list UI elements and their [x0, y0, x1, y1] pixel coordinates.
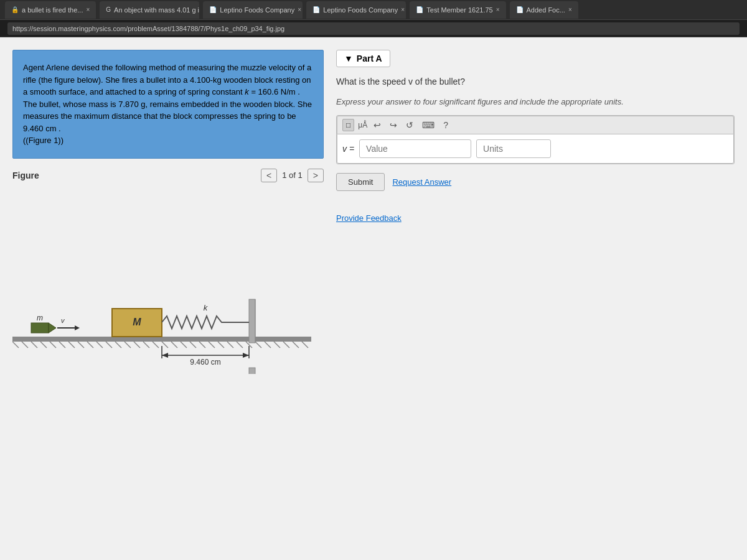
- question-content: What is the speed v of the bullet?: [336, 77, 465, 86]
- tab-6-close[interactable]: ×: [568, 6, 572, 13]
- svg-line-3: [40, 342, 47, 348]
- svg-line-26: [255, 342, 261, 348]
- v-label: v =: [342, 144, 354, 154]
- svg-line-10: [106, 342, 112, 348]
- problem-box: Agent Arlene devised the following metho…: [12, 50, 324, 159]
- wall2: [249, 368, 255, 374]
- svg-line-7: [78, 342, 84, 348]
- left-panel: Agent Arlene devised the following metho…: [12, 50, 324, 548]
- tab-3[interactable]: 📄 Leptino Foods Company ×: [203, 1, 303, 19]
- spring: [162, 316, 249, 329]
- prev-figure-button[interactable]: <: [261, 169, 277, 182]
- svg-line-27: [265, 342, 271, 348]
- tab-3-close[interactable]: ×: [298, 6, 301, 13]
- tab-5-icon: 📄: [416, 6, 423, 13]
- svg-line-15: [153, 342, 159, 348]
- help-button[interactable]: ?: [441, 119, 451, 131]
- tab-6[interactable]: 📄 Added Foc... ×: [510, 1, 578, 19]
- svg-line-11: [115, 342, 121, 348]
- dropdown-arrow: ▼: [344, 54, 353, 63]
- svg-line-4: [50, 342, 56, 348]
- svg-line-0: [12, 342, 19, 348]
- svg-line-6: [68, 342, 75, 348]
- dist-arrow-left: [162, 353, 168, 358]
- help-icon: ?: [443, 120, 448, 130]
- request-answer-link[interactable]: Request Answer: [392, 177, 451, 187]
- floor: [12, 337, 311, 342]
- problem-text: Agent Arlene devised the following metho…: [23, 62, 313, 134]
- tab-6-label: Added Foc...: [527, 6, 565, 14]
- tab-4[interactable]: 📄 Leptino Foods Company ×: [306, 1, 406, 19]
- velocity-label: v: [61, 317, 65, 324]
- velocity-arrow-head: [75, 325, 80, 330]
- answer-toolbar: □ μÅ ↩ ↪ ↺ ⌨ ?: [337, 116, 734, 134]
- svg-line-24: [237, 342, 243, 348]
- bullet-shape: [31, 323, 49, 333]
- instruction-text: Express your answer to four significant …: [336, 97, 735, 106]
- svg-line-14: [143, 342, 149, 348]
- figure-ref-text: ((Figure 1)): [23, 134, 313, 147]
- next-figure-button[interactable]: >: [308, 169, 324, 182]
- format-icon: □: [346, 121, 350, 129]
- spring-k-label: k: [204, 303, 209, 312]
- tab-4-label: Leptino Foods Company: [323, 6, 398, 14]
- tab-5-label: Test Member 1621.75: [426, 6, 492, 14]
- keyboard-button[interactable]: ⌨: [420, 119, 437, 131]
- tab-5[interactable]: 📄 Test Member 1621.75 ×: [410, 1, 505, 19]
- tab-1-icon: 🔒: [11, 6, 19, 13]
- figure-nav: < 1 of 1 >: [261, 169, 324, 182]
- provide-feedback-link[interactable]: Provide Feedback: [336, 213, 402, 223]
- svg-line-1: [22, 342, 28, 348]
- svg-line-17: [171, 342, 177, 348]
- reset-button[interactable]: ↺: [403, 119, 416, 131]
- browser-bar: 🔒 a bullet is fired the... × G An object…: [0, 0, 747, 20]
- bullet-tip: [49, 323, 56, 333]
- address-bar: [0, 20, 747, 37]
- tab-1[interactable]: 🔒 a bullet is fired the... ×: [5, 1, 96, 19]
- reset-icon: ↺: [406, 120, 413, 130]
- main-content: Agent Arlene devised the following metho…: [0, 37, 747, 560]
- svg-line-9: [96, 342, 103, 348]
- svg-line-8: [87, 342, 93, 348]
- figure-page: 1 of 1: [282, 170, 303, 180]
- submit-button[interactable]: Submit: [336, 173, 385, 191]
- right-panel: ▼ Part A What is the speed v of the bull…: [336, 50, 735, 548]
- tab-1-close[interactable]: ×: [86, 6, 90, 13]
- bullet-label: m: [37, 314, 43, 322]
- tab-2-icon: G: [106, 6, 111, 13]
- tab-1-label: a bullet is fired the...: [22, 6, 83, 14]
- tab-3-label: Leptino Foods Company: [220, 6, 294, 14]
- physics-diagram: m v M k: [12, 187, 311, 374]
- figure-area: Figure < 1 of 1 >: [12, 169, 324, 548]
- redo-button[interactable]: ↪: [387, 119, 400, 131]
- undo-icon: ↩: [374, 120, 381, 130]
- keyboard-icon: ⌨: [422, 120, 435, 130]
- figure-label-row: Figure < 1 of 1 >: [12, 169, 324, 182]
- tab-6-icon: 📄: [516, 6, 524, 13]
- value-input[interactable]: [359, 139, 471, 158]
- svg-line-19: [190, 342, 196, 348]
- feedback-section: Provide Feedback: [336, 212, 735, 223]
- units-input[interactable]: [476, 139, 551, 158]
- part-a-toggle[interactable]: ▼ Part A: [336, 50, 390, 67]
- part-a-label: Part A: [357, 54, 382, 63]
- format-button[interactable]: □: [342, 119, 354, 131]
- address-input[interactable]: [7, 22, 740, 35]
- svg-line-28: [274, 342, 280, 348]
- tab-4-close[interactable]: ×: [401, 6, 405, 13]
- svg-line-18: [181, 342, 187, 348]
- distance-label: 9.460 cm: [190, 358, 220, 366]
- block-label-M: M: [133, 317, 141, 327]
- wall: [249, 299, 255, 343]
- svg-line-31: [302, 342, 308, 348]
- request-answer-text: Request Answer: [392, 177, 451, 187]
- svg-line-21: [209, 342, 215, 348]
- submit-label: Submit: [348, 177, 373, 187]
- undo-button[interactable]: ↩: [371, 119, 383, 131]
- mu-symbol: μÅ: [358, 121, 367, 129]
- svg-line-30: [293, 342, 299, 348]
- tab-5-close[interactable]: ×: [496, 6, 500, 13]
- svg-line-23: [227, 342, 233, 348]
- tab-2[interactable]: G An object with mass 4.01 g is... ×: [100, 1, 199, 19]
- svg-line-13: [134, 342, 140, 348]
